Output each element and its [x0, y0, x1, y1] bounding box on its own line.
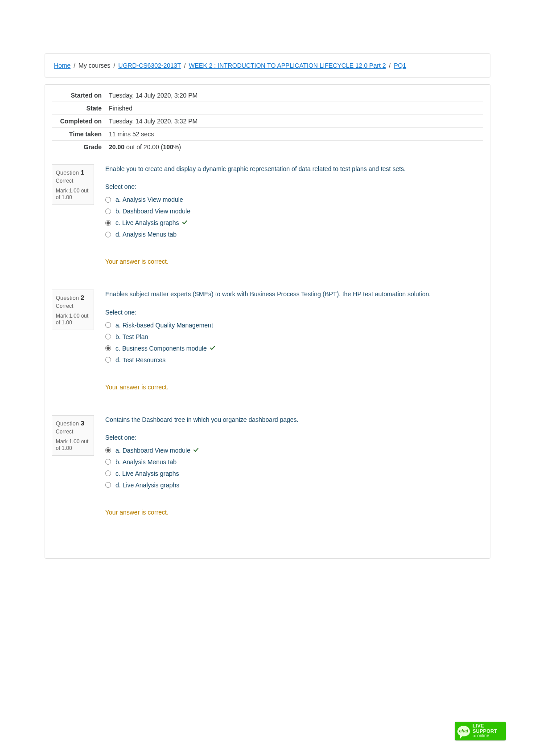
summary-value-grade: 20.00 out of 20.00 (100%) — [105, 141, 483, 154]
option-text: Test Resources — [123, 356, 165, 364]
breadcrumb-section[interactable]: WEEK 2 : INTRODUCTION TO APPLICATION LIF… — [189, 62, 386, 69]
question-info: Question 3CorrectMark 1.00 out of 1.00 — [52, 415, 94, 456]
summary-label-started: Started on — [52, 89, 105, 102]
breadcrumb-course[interactable]: UGRD-CS6302-2013T — [118, 62, 181, 69]
answer-option[interactable]: b.Test Plan — [105, 331, 483, 343]
question-block: Question 3CorrectMark 1.00 out of 1.00Co… — [52, 415, 483, 516]
attempt-summary-table: Started on Tuesday, 14 July 2020, 3:20 P… — [52, 89, 483, 153]
grade-outof: out of 20.00 ( — [124, 143, 163, 151]
summary-label-completed: Completed on — [52, 115, 105, 128]
option-letter: b. — [115, 333, 121, 340]
question-body: Enable you to create and display a dynam… — [105, 164, 483, 265]
question-number: Question 2 — [56, 294, 90, 301]
breadcrumb-item[interactable]: PQ1 — [394, 62, 406, 69]
radio-icon[interactable] — [105, 470, 111, 476]
table-row: State Finished — [52, 102, 483, 115]
answer-option[interactable]: b.Analysis Menus tab — [105, 456, 483, 468]
option-text: Dashboard View module — [123, 447, 190, 454]
option-letter: d. — [115, 482, 121, 489]
radio-icon[interactable] — [105, 357, 111, 363]
answer-feedback: Your answer is correct. — [105, 509, 483, 516]
option-letter: c. — [115, 219, 120, 226]
answer-option[interactable]: c.Live Analysis graphs — [105, 468, 483, 479]
breadcrumb-sep: / — [183, 62, 187, 69]
answer-option[interactable]: c.Live Analysis graphs — [105, 217, 483, 229]
check-icon — [193, 447, 199, 454]
radio-icon[interactable] — [105, 345, 111, 351]
option-text: Analysis View module — [123, 196, 183, 203]
question-text: Enable you to create and display a dynam… — [105, 164, 483, 173]
summary-label-timetaken: Time taken — [52, 128, 105, 141]
radio-icon[interactable] — [105, 482, 111, 488]
answer-option[interactable]: a.Analysis View module — [105, 194, 483, 205]
question-text: Contains the Dashboard tree in which you… — [105, 415, 483, 424]
answer-option[interactable]: d.Test Resources — [105, 354, 483, 366]
question-mark: Mark 1.00 out of 1.00 — [56, 313, 90, 326]
breadcrumb: Home / My courses / UGRD-CS6302-2013T / … — [54, 62, 481, 69]
table-row: Completed on Tuesday, 14 July 2020, 3:32… — [52, 115, 483, 128]
question-block: Question 2CorrectMark 1.00 out of 1.00En… — [52, 290, 483, 390]
grade-pct: 100 — [163, 143, 173, 151]
option-text: Live Analysis graphs — [123, 482, 180, 489]
answer-option[interactable]: c.Business Components module — [105, 343, 483, 354]
table-row: Grade 20.00 out of 20.00 (100%) — [52, 141, 483, 154]
question-info: Question 1CorrectMark 1.00 out of 1.00 — [52, 164, 94, 205]
table-row: Started on Tuesday, 14 July 2020, 3:20 P… — [52, 89, 483, 102]
options-list: a.Risk-based Quality Managementb.Test Pl… — [105, 319, 483, 366]
radio-icon[interactable] — [105, 197, 111, 203]
check-icon — [182, 220, 188, 226]
question-state: Correct — [56, 303, 90, 309]
radio-icon[interactable] — [105, 208, 111, 214]
option-letter: a. — [115, 447, 121, 454]
summary-value-completed: Tuesday, 14 July 2020, 3:32 PM — [105, 115, 483, 128]
question-number: Question 1 — [56, 168, 90, 176]
answer-feedback: Your answer is correct. — [105, 384, 483, 391]
select-one-prompt: Select one: — [105, 434, 483, 441]
breadcrumb-sep: / — [112, 62, 117, 69]
content-card: Started on Tuesday, 14 July 2020, 3:20 P… — [45, 84, 490, 559]
option-letter: d. — [115, 231, 121, 238]
question-number: Question 3 — [56, 419, 90, 427]
breadcrumb-sep: / — [387, 62, 392, 69]
summary-value-timetaken: 11 mins 52 secs — [105, 128, 483, 141]
question-state: Correct — [56, 178, 90, 184]
option-text: Dashboard View module — [123, 208, 190, 215]
option-letter: b. — [115, 208, 121, 215]
select-one-prompt: Select one: — [105, 309, 483, 316]
grade-pct-suffix: %) — [173, 143, 181, 151]
radio-icon[interactable] — [105, 334, 111, 339]
option-text: Live Analysis graphs — [122, 470, 179, 477]
question-body: Contains the Dashboard tree in which you… — [105, 415, 483, 516]
option-letter: c. — [115, 345, 120, 352]
radio-icon[interactable] — [105, 459, 111, 465]
options-list: a.Dashboard View moduleb.Analysis Menus … — [105, 445, 483, 491]
summary-label-state: State — [52, 102, 105, 115]
select-one-prompt: Select one: — [105, 183, 483, 190]
summary-value-started: Tuesday, 14 July 2020, 3:20 PM — [105, 89, 483, 102]
option-letter: d. — [115, 356, 121, 364]
question-text: Enables subject matter experts (SMEs) to… — [105, 290, 483, 298]
radio-icon[interactable] — [105, 232, 111, 237]
option-text: Business Components module — [122, 345, 207, 352]
answer-option[interactable]: a.Risk-based Quality Management — [105, 319, 483, 331]
answer-option[interactable]: a.Dashboard View module — [105, 445, 483, 456]
answer-option[interactable]: d.Analysis Menus tab — [105, 229, 483, 240]
question-body: Enables subject matter experts (SMEs) to… — [105, 290, 483, 390]
option-text: Analysis Menus tab — [123, 458, 177, 466]
radio-icon[interactable] — [105, 220, 111, 226]
question-mark: Mark 1.00 out of 1.00 — [56, 438, 90, 452]
breadcrumb-sep: / — [72, 62, 77, 69]
answer-option[interactable]: b.Dashboard View module — [105, 205, 483, 217]
option-letter: a. — [115, 196, 121, 203]
radio-icon[interactable] — [105, 322, 111, 328]
grade-score: 20.00 — [109, 143, 124, 151]
question-mark: Mark 1.00 out of 1.00 — [56, 188, 90, 201]
option-letter: a. — [115, 322, 121, 329]
breadcrumb-home[interactable]: Home — [54, 62, 70, 69]
summary-label-grade: Grade — [52, 141, 105, 154]
answer-option[interactable]: d.Live Analysis graphs — [105, 479, 483, 491]
answer-feedback: Your answer is correct. — [105, 258, 483, 265]
radio-icon[interactable] — [105, 447, 111, 453]
summary-value-state: Finished — [105, 102, 483, 115]
question-block: Question 1CorrectMark 1.00 out of 1.00En… — [52, 164, 483, 265]
